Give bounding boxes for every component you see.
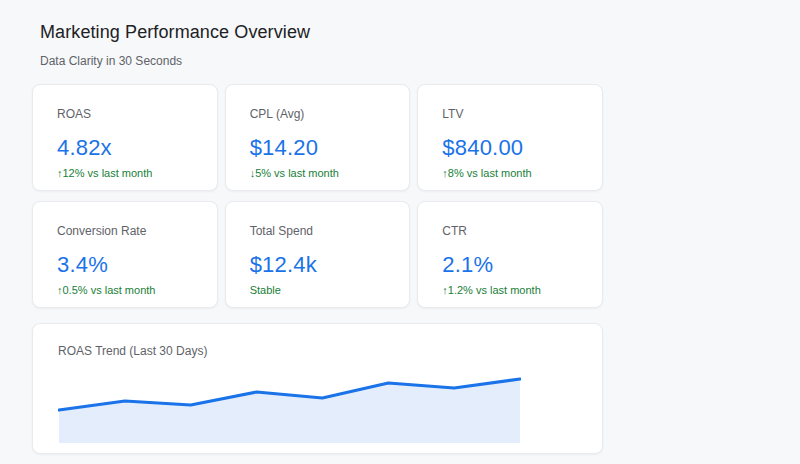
kpi-grid: ROAS 4.82x ↑12% vs last month CPL (Avg) … xyxy=(32,84,603,308)
kpi-label: Conversion Rate xyxy=(57,224,199,238)
kpi-label: CPL (Avg) xyxy=(250,107,392,121)
kpi-card-conversion-rate: Conversion Rate 3.4% ↑0.5% vs last month xyxy=(32,201,218,308)
kpi-delta: ↑8% vs last month xyxy=(442,167,584,180)
kpi-card-cpl: CPL (Avg) $14.20 ↓5% vs last month xyxy=(225,84,411,191)
kpi-value: $840.00 xyxy=(442,135,584,161)
kpi-label: Total Spend xyxy=(250,224,392,238)
kpi-label: LTV xyxy=(442,107,584,121)
kpi-value: $12.4k xyxy=(250,252,392,278)
kpi-card-ctr: CTR 2.1% ↑1.2% vs last month xyxy=(417,201,603,308)
kpi-delta: ↑12% vs last month xyxy=(57,167,199,180)
kpi-value: $14.20 xyxy=(250,135,392,161)
roas-trend-card: ROAS Trend (Last 30 Days) xyxy=(32,323,603,454)
kpi-value: 2.1% xyxy=(442,252,584,278)
dashboard-page: Marketing Performance Overview Data Clar… xyxy=(0,0,800,454)
chart-title: ROAS Trend (Last 30 Days) xyxy=(58,344,602,358)
kpi-delta: ↑0.5% vs last month xyxy=(57,284,199,297)
page-subtitle: Data Clarity in 30 Seconds xyxy=(40,54,800,68)
roas-trend-area-chart xyxy=(58,374,521,443)
kpi-delta: Stable xyxy=(250,284,392,297)
kpi-delta: ↑1.2% vs last month xyxy=(442,284,584,297)
page-title: Marketing Performance Overview xyxy=(40,20,800,44)
kpi-value: 4.82x xyxy=(57,135,199,161)
kpi-label: CTR xyxy=(442,224,584,238)
kpi-card-ltv: LTV $840.00 ↑8% vs last month xyxy=(417,84,603,191)
kpi-value: 3.4% xyxy=(57,252,199,278)
kpi-card-roas: ROAS 4.82x ↑12% vs last month xyxy=(32,84,218,191)
kpi-card-total-spend: Total Spend $12.4k Stable xyxy=(225,201,411,308)
kpi-label: ROAS xyxy=(57,107,199,121)
kpi-delta: ↓5% vs last month xyxy=(250,167,392,180)
